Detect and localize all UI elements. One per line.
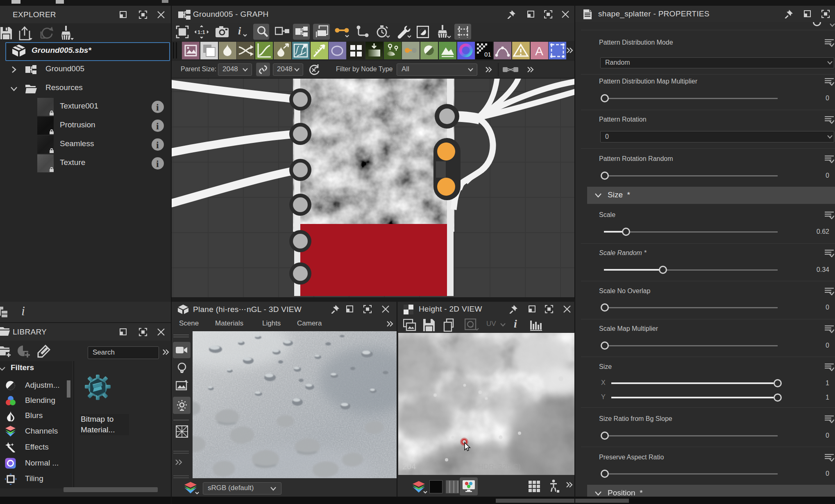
svg-text:204: 204 bbox=[402, 462, 416, 471]
svg-text:1:1: 1:1 bbox=[197, 29, 205, 35]
svg-text:A: A bbox=[535, 44, 543, 58]
svg-text:01: 01 bbox=[484, 51, 491, 58]
svg-text:HDR: 32b(C): HDR: 32b(C) bbox=[478, 463, 521, 471]
svg-text:i: i bbox=[238, 25, 241, 37]
